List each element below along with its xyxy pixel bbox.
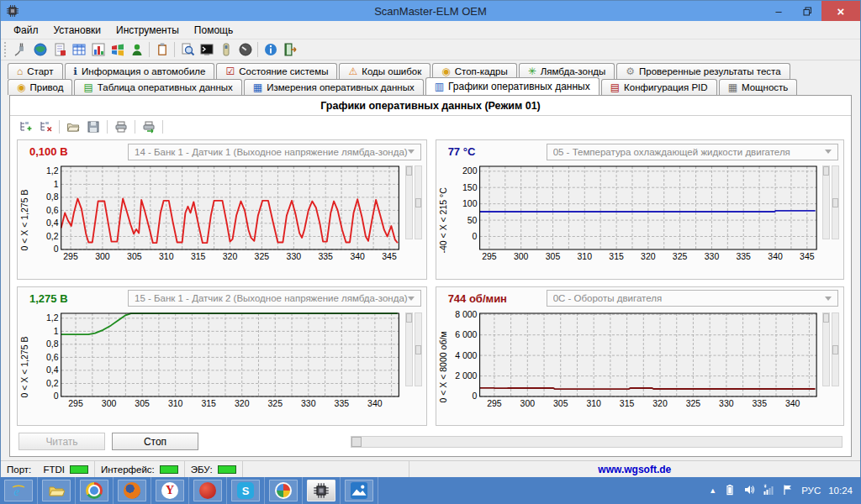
language-indicator[interactable]: РУС [801, 486, 821, 496]
svg-text:1,2: 1,2 [46, 167, 59, 176]
svg-text:8 000: 8 000 [455, 310, 478, 319]
svg-text:295: 295 [487, 399, 502, 408]
tray-expand-icon[interactable]: ▲ [709, 486, 716, 495]
terminal-icon[interactable] [197, 41, 216, 59]
svg-text:335: 335 [335, 399, 350, 408]
user-icon[interactable] [127, 41, 146, 59]
taskbar-photos-icon[interactable] [345, 480, 373, 501]
scale-slider-max[interactable] [415, 312, 422, 386]
svg-text:1: 1 [54, 327, 59, 336]
table-icon[interactable] [69, 41, 88, 59]
action-center-flag-icon[interactable] [782, 484, 794, 498]
search-icon[interactable] [177, 41, 197, 59]
device-icon[interactable] [216, 41, 235, 59]
tab-live-data-table[interactable]: ▤Таблица оперативных данных [74, 79, 241, 95]
scale-slider-max[interactable] [832, 312, 839, 386]
bar-chart-icon[interactable] [88, 41, 108, 59]
chart-value: 77 °C [441, 145, 547, 158]
close-button[interactable]: × [821, 1, 860, 21]
stop-button[interactable]: Стоп [112, 433, 198, 450]
toolbar-separator [149, 42, 150, 57]
taskbar-chrome-icon[interactable] [80, 480, 108, 501]
menu-tools[interactable]: Инструменты [108, 23, 187, 38]
scale-slider-min[interactable] [405, 312, 413, 386]
tab-trouble-codes[interactable]: ⚠Коды ошибок [339, 63, 430, 79]
page-title: Графики оперативных данных (Режим 01) [10, 96, 851, 116]
taskbar-file-explorer-icon[interactable] [42, 480, 71, 501]
taskbar-skype-icon[interactable]: S [231, 480, 260, 501]
scale-slider-min[interactable] [822, 312, 830, 386]
network-icon[interactable] [763, 484, 774, 498]
clipboard-icon[interactable] [152, 41, 172, 59]
scale-slider-max[interactable] [415, 165, 422, 239]
menu-help[interactable]: Помощь [187, 23, 240, 38]
port-value: FTDI [43, 465, 65, 475]
interface-status-led [160, 465, 178, 474]
read-button[interactable]: Читать [18, 433, 105, 450]
taskbar-internet-explorer-icon[interactable]: e [4, 480, 33, 501]
info-icon[interactable] [261, 41, 280, 59]
tab-live-data-meters[interactable]: ▦Измерения оперативных данных [244, 79, 424, 95]
line-chart: 02 0004 0006 0008 0002953003053103153203… [451, 310, 821, 409]
tab-vehicle-info[interactable]: ℹИнформация о автомобиле [65, 63, 215, 79]
print-icon[interactable] [111, 118, 131, 135]
remove-pid-icon[interactable] [35, 118, 55, 135]
report-icon[interactable] [50, 41, 69, 59]
pid-select[interactable]: 05 - Температура охлаждающей жидкости дв… [547, 144, 838, 160]
save-icon[interactable] [83, 118, 103, 135]
scale-slider-min[interactable] [405, 165, 413, 239]
tab-test-results[interactable]: ⚙Проверенные результаты теста [616, 63, 790, 79]
titlebar: ScanMaster-ELM OEM – × [1, 1, 860, 21]
timeline-scrollbar[interactable] [351, 436, 843, 448]
scale-slider-max[interactable] [832, 165, 839, 239]
volume-icon[interactable] [743, 484, 755, 498]
graph-icon: ▥ [435, 81, 444, 92]
tab-live-data-graphs[interactable]: ▥Графики оперативных данных [425, 77, 600, 95]
svg-text:315: 315 [619, 399, 634, 408]
menu-file[interactable]: Файл [6, 23, 46, 38]
minimize-button[interactable]: – [764, 1, 793, 21]
pid-select[interactable]: 0C - Обороты двигателя [547, 290, 838, 307]
windows-icon[interactable] [108, 41, 127, 59]
svg-text:e: e [14, 485, 20, 498]
gear-icon: ⚙ [626, 66, 635, 76]
tab-system-status[interactable]: ☑Состояние системы [216, 63, 337, 79]
svg-text:335: 335 [752, 399, 767, 408]
web-icon[interactable] [30, 41, 50, 59]
tab-label: Коды ошибок [362, 66, 421, 76]
taskbar-media-app-icon[interactable] [269, 480, 298, 501]
svg-text:340: 340 [367, 399, 383, 408]
tab-label: Графики оперативных данных [448, 81, 590, 92]
tab-actuator[interactable]: ◉Привод [8, 79, 72, 95]
pid-select[interactable]: 15 - Банк 1 - Датчик 2 (Выходное напряже… [128, 290, 421, 307]
connect-icon[interactable] [11, 41, 30, 59]
svg-text:300: 300 [95, 252, 110, 261]
export-icon[interactable] [139, 118, 159, 135]
timeline-scrollbar-thumb[interactable] [351, 437, 362, 447]
tab-power[interactable]: ▦Мощность [719, 79, 798, 95]
scale-slider-min[interactable] [822, 165, 830, 239]
svg-text:100: 100 [462, 199, 478, 208]
svg-text:335: 335 [736, 252, 751, 261]
exit-icon[interactable] [280, 41, 299, 59]
open-icon[interactable] [63, 118, 83, 135]
tab-start[interactable]: ⌂Старт [8, 63, 63, 79]
taskbar-scanmaster-icon[interactable] [307, 480, 335, 501]
restore-button[interactable] [793, 1, 821, 21]
tab-pid-config[interactable]: ▤Конфигурация PID [601, 79, 717, 95]
svg-text:295: 295 [63, 252, 78, 261]
taskbar-firefox-icon[interactable] [118, 480, 146, 501]
gauge-icon[interactable] [235, 41, 255, 59]
menu-settings[interactable]: Установки [46, 23, 108, 38]
pid-select[interactable]: 14 - Банк 1 - Датчик 1 (Выходное напряже… [128, 144, 421, 160]
clock[interactable]: 10:24 [828, 486, 853, 496]
svg-text:295: 295 [68, 399, 83, 408]
taskbar-red-app-icon[interactable] [193, 480, 222, 501]
taskbar-yandex-browser-icon[interactable]: Y [156, 480, 184, 501]
content-panel: Графики оперативных данных (Режим 01) 0,… [9, 95, 852, 457]
svg-text:300: 300 [514, 252, 529, 261]
toolbar-grip [4, 42, 8, 57]
add-pid-icon[interactable] [15, 118, 35, 135]
battery-icon[interactable] [724, 484, 736, 498]
line-chart: 00,20,40,60,811,229530030531031532032533… [32, 310, 404, 409]
